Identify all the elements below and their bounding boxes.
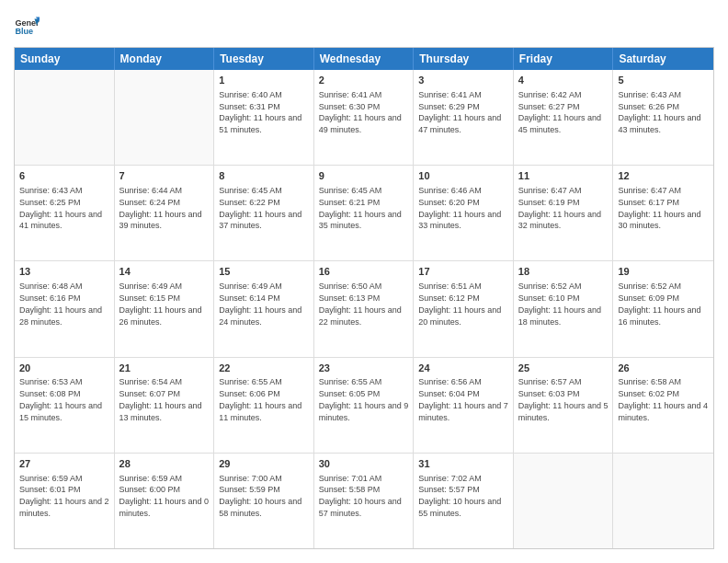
day-number: 24 <box>418 362 508 375</box>
cal-cell-8: 8Sunrise: 6:45 AMSunset: 6:22 PMDaylight… <box>214 166 314 260</box>
week-row-0: 1Sunrise: 6:40 AMSunset: 6:31 PMDaylight… <box>15 70 713 165</box>
cal-cell-15: 15Sunrise: 6:49 AMSunset: 6:14 PMDayligh… <box>214 261 314 356</box>
header-day-tuesday: Tuesday <box>214 48 314 70</box>
cell-info: Sunrise: 6:45 AMSunset: 6:22 PMDaylight:… <box>219 186 301 230</box>
cal-cell-28: 28Sunrise: 6:59 AMSunset: 6:00 PMDayligh… <box>115 454 215 548</box>
cell-info: Sunrise: 6:40 AMSunset: 6:31 PMDaylight:… <box>219 90 301 134</box>
cal-cell-20: 20Sunrise: 6:53 AMSunset: 6:08 PMDayligh… <box>15 358 115 453</box>
cal-cell-26: 26Sunrise: 6:58 AMSunset: 6:02 PMDayligh… <box>613 358 713 453</box>
cal-cell-27: 27Sunrise: 6:59 AMSunset: 6:01 PMDayligh… <box>15 454 115 548</box>
cal-cell-25: 25Sunrise: 6:57 AMSunset: 6:03 PMDayligh… <box>514 358 614 453</box>
cal-cell-13: 13Sunrise: 6:48 AMSunset: 6:16 PMDayligh… <box>15 261 115 356</box>
cal-cell-18: 18Sunrise: 6:52 AMSunset: 6:10 PMDayligh… <box>514 261 614 356</box>
week-row-4: 27Sunrise: 6:59 AMSunset: 6:01 PMDayligh… <box>15 453 713 548</box>
day-number: 1 <box>219 74 309 87</box>
header: General Blue <box>14 14 714 40</box>
cell-info: Sunrise: 6:42 AMSunset: 6:27 PMDaylight:… <box>518 90 601 134</box>
cal-cell-19: 19Sunrise: 6:52 AMSunset: 6:09 PMDayligh… <box>613 261 713 356</box>
cal-cell-14: 14Sunrise: 6:49 AMSunset: 6:15 PMDayligh… <box>115 261 215 356</box>
cell-info: Sunrise: 6:43 AMSunset: 6:25 PMDaylight:… <box>19 186 102 230</box>
day-number: 8 <box>219 169 309 183</box>
day-number: 14 <box>119 265 210 279</box>
cell-info: Sunrise: 7:00 AMSunset: 5:59 PMDaylight:… <box>219 474 301 518</box>
day-number: 23 <box>319 362 409 375</box>
cell-info: Sunrise: 6:48 AMSunset: 6:16 PMDaylight:… <box>19 282 102 326</box>
day-number: 22 <box>219 362 309 375</box>
cal-cell-17: 17Sunrise: 6:51 AMSunset: 6:12 PMDayligh… <box>414 261 514 356</box>
day-number: 18 <box>518 265 609 279</box>
cal-cell-21: 21Sunrise: 6:54 AMSunset: 6:07 PMDayligh… <box>115 358 215 453</box>
day-number: 12 <box>618 169 709 183</box>
cell-info: Sunrise: 6:49 AMSunset: 6:14 PMDaylight:… <box>219 282 301 326</box>
cal-cell-9: 9Sunrise: 6:45 AMSunset: 6:21 PMDaylight… <box>314 166 415 260</box>
day-number: 26 <box>618 362 709 375</box>
day-number: 2 <box>319 74 409 87</box>
cal-cell-2: 2Sunrise: 6:41 AMSunset: 6:30 PMDaylight… <box>314 70 415 165</box>
cell-info: Sunrise: 6:59 AMSunset: 6:01 PMDaylight:… <box>19 474 109 518</box>
day-number: 9 <box>319 169 409 183</box>
week-row-3: 20Sunrise: 6:53 AMSunset: 6:08 PMDayligh… <box>15 357 713 453</box>
cell-info: Sunrise: 6:55 AMSunset: 6:06 PMDaylight:… <box>219 377 301 421</box>
cell-info: Sunrise: 6:51 AMSunset: 6:12 PMDaylight:… <box>418 282 501 326</box>
day-number: 19 <box>618 265 709 279</box>
cal-cell-16: 16Sunrise: 6:50 AMSunset: 6:13 PMDayligh… <box>314 261 415 356</box>
day-number: 30 <box>319 457 409 471</box>
cell-info: Sunrise: 6:57 AMSunset: 6:03 PMDaylight:… <box>518 377 609 421</box>
header-day-wednesday: Wednesday <box>314 48 415 70</box>
cal-cell-empty-4-6 <box>613 454 713 548</box>
cal-cell-23: 23Sunrise: 6:55 AMSunset: 6:05 PMDayligh… <box>314 358 415 453</box>
day-number: 3 <box>418 74 508 87</box>
cal-cell-30: 30Sunrise: 7:01 AMSunset: 5:58 PMDayligh… <box>314 454 415 548</box>
day-number: 11 <box>518 169 609 183</box>
cal-cell-empty-0-0 <box>15 70 115 165</box>
day-number: 20 <box>19 362 109 375</box>
cell-info: Sunrise: 6:56 AMSunset: 6:04 PMDaylight:… <box>418 377 508 421</box>
day-number: 6 <box>19 169 109 183</box>
day-number: 5 <box>618 74 709 87</box>
day-number: 13 <box>19 265 109 279</box>
cal-cell-12: 12Sunrise: 6:47 AMSunset: 6:17 PMDayligh… <box>613 166 713 260</box>
cell-info: Sunrise: 6:50 AMSunset: 6:13 PMDaylight:… <box>319 282 402 326</box>
cal-cell-10: 10Sunrise: 6:46 AMSunset: 6:20 PMDayligh… <box>414 166 514 260</box>
cell-info: Sunrise: 6:55 AMSunset: 6:05 PMDaylight:… <box>319 377 409 421</box>
cell-info: Sunrise: 6:53 AMSunset: 6:08 PMDaylight:… <box>19 377 102 421</box>
calendar-header: SundayMondayTuesdayWednesdayThursdayFrid… <box>15 48 713 70</box>
day-number: 16 <box>319 265 409 279</box>
day-number: 28 <box>119 457 210 471</box>
cal-cell-1: 1Sunrise: 6:40 AMSunset: 6:31 PMDaylight… <box>214 70 314 165</box>
logo-icon: General Blue <box>14 14 40 40</box>
calendar-body: 1Sunrise: 6:40 AMSunset: 6:31 PMDaylight… <box>15 70 713 548</box>
cell-info: Sunrise: 6:58 AMSunset: 6:02 PMDaylight:… <box>618 377 708 421</box>
day-number: 4 <box>518 74 609 87</box>
cal-cell-24: 24Sunrise: 6:56 AMSunset: 6:04 PMDayligh… <box>414 358 514 453</box>
header-day-saturday: Saturday <box>613 48 713 70</box>
header-day-sunday: Sunday <box>15 48 115 70</box>
cal-cell-5: 5Sunrise: 6:43 AMSunset: 6:26 PMDaylight… <box>613 70 713 165</box>
cell-info: Sunrise: 6:52 AMSunset: 6:10 PMDaylight:… <box>518 282 601 326</box>
day-number: 15 <box>219 265 309 279</box>
day-number: 7 <box>119 169 210 183</box>
cell-info: Sunrise: 7:02 AMSunset: 5:57 PMDaylight:… <box>418 474 501 518</box>
day-number: 25 <box>518 362 609 375</box>
day-number: 27 <box>19 457 109 471</box>
cal-cell-29: 29Sunrise: 7:00 AMSunset: 5:59 PMDayligh… <box>214 454 314 548</box>
header-day-thursday: Thursday <box>414 48 514 70</box>
svg-text:Blue: Blue <box>15 27 33 36</box>
day-number: 29 <box>219 457 309 471</box>
cell-info: Sunrise: 6:43 AMSunset: 6:26 PMDaylight:… <box>618 90 700 134</box>
cal-cell-31: 31Sunrise: 7:02 AMSunset: 5:57 PMDayligh… <box>414 454 514 548</box>
week-row-1: 6Sunrise: 6:43 AMSunset: 6:25 PMDaylight… <box>15 165 713 260</box>
cell-info: Sunrise: 6:49 AMSunset: 6:15 PMDaylight:… <box>119 282 202 326</box>
cal-cell-empty-0-1 <box>115 70 215 165</box>
cal-cell-3: 3Sunrise: 6:41 AMSunset: 6:29 PMDaylight… <box>414 70 514 165</box>
day-number: 17 <box>418 265 508 279</box>
header-day-monday: Monday <box>115 48 215 70</box>
cal-cell-22: 22Sunrise: 6:55 AMSunset: 6:06 PMDayligh… <box>214 358 314 453</box>
cell-info: Sunrise: 6:46 AMSunset: 6:20 PMDaylight:… <box>418 186 501 230</box>
cal-cell-empty-4-5 <box>514 454 614 548</box>
cal-cell-7: 7Sunrise: 6:44 AMSunset: 6:24 PMDaylight… <box>115 166 215 260</box>
day-number: 31 <box>418 457 508 471</box>
cell-info: Sunrise: 6:47 AMSunset: 6:17 PMDaylight:… <box>618 186 700 230</box>
cell-info: Sunrise: 6:47 AMSunset: 6:19 PMDaylight:… <box>518 186 601 230</box>
week-row-2: 13Sunrise: 6:48 AMSunset: 6:16 PMDayligh… <box>15 260 713 356</box>
